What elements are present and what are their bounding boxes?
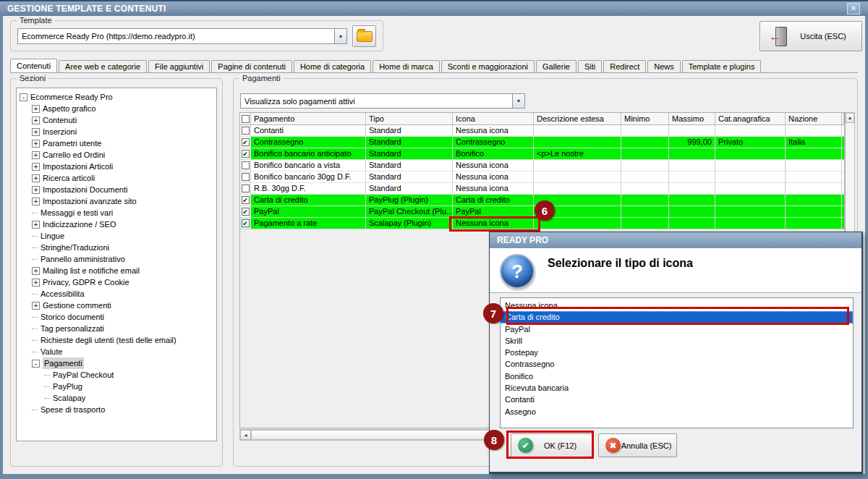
tree-item[interactable]: Spese di trasporto xyxy=(17,404,216,415)
tab-aree-web-e-categorie[interactable]: Aree web e categorie xyxy=(59,60,147,72)
icon-option[interactable]: Carta di credito xyxy=(501,311,853,323)
tree-item[interactable]: Messaggi e testi vari xyxy=(17,207,216,219)
row-checkbox-cell[interactable] xyxy=(240,183,251,195)
tree-item[interactable]: -Ecommerce Ready Pro xyxy=(17,91,216,103)
row-checkbox-cell[interactable]: ✔ xyxy=(240,206,251,218)
table-row[interactable]: R.B. 30gg D.F.StandardNessuna icona xyxy=(240,183,844,195)
tree-item[interactable]: PayPlug xyxy=(17,381,216,392)
collapse-toggle-icon[interactable]: - xyxy=(32,360,40,368)
table-row[interactable]: Bonifico bancario 30gg D.F.StandardNessu… xyxy=(240,171,844,183)
row-checkbox[interactable]: ✔ xyxy=(242,150,250,158)
expand-toggle-icon[interactable]: + xyxy=(32,267,40,275)
expand-toggle-icon[interactable]: + xyxy=(32,279,40,287)
open-template-button[interactable] xyxy=(352,25,376,47)
icon-option[interactable]: Skrill xyxy=(501,335,853,347)
icon-option[interactable]: Assegno xyxy=(501,406,853,417)
tree-item[interactable]: +Parametri utente xyxy=(17,137,216,149)
tab-template-e-plugins[interactable]: Template e plugins xyxy=(682,60,762,72)
tab-file-aggiuntivi[interactable]: File aggiuntivi xyxy=(148,60,210,72)
icon-option[interactable]: Contanti xyxy=(501,394,853,405)
tree-item[interactable]: Tag personalizzati xyxy=(17,323,216,334)
payments-filter-combobox[interactable]: Visualizza solo pagamenti attivi ▼ xyxy=(240,93,525,109)
expand-toggle-icon[interactable]: + xyxy=(32,302,40,310)
expand-toggle-icon[interactable]: + xyxy=(32,163,40,171)
tree-item[interactable]: -Pagamenti xyxy=(17,357,216,369)
icon-option[interactable]: Ricevuta bancaria xyxy=(501,382,853,394)
expand-toggle-icon[interactable]: + xyxy=(32,128,40,136)
expand-toggle-icon[interactable]: + xyxy=(32,186,40,194)
row-checkbox[interactable] xyxy=(242,127,250,135)
expand-toggle-icon[interactable]: + xyxy=(32,198,40,205)
tab-news[interactable]: News xyxy=(647,60,681,72)
chevron-down-icon[interactable]: ▼ xyxy=(334,29,346,43)
expand-toggle-icon[interactable]: + xyxy=(32,174,40,182)
icon-option[interactable]: Postepay xyxy=(501,347,853,358)
header-checkbox-cell[interactable] xyxy=(240,113,251,125)
table-row[interactable]: Bonifico bancario a vistaStandardNessuna… xyxy=(240,160,844,171)
table-row[interactable]: ✔Bonifico bancario anticipatoStandardBon… xyxy=(240,148,844,160)
column-header-massimo[interactable]: Massimo xyxy=(669,113,715,125)
tab-siti[interactable]: Siti xyxy=(578,60,602,72)
header-checkbox[interactable] xyxy=(242,115,250,123)
expand-toggle-icon[interactable]: + xyxy=(32,221,40,229)
column-header-tipo[interactable]: Tipo xyxy=(366,113,453,125)
tree-item[interactable]: +Mailing list e notifiche email xyxy=(17,265,216,276)
tree-item[interactable]: Valute xyxy=(17,346,216,357)
icon-option[interactable]: Nessuna icona xyxy=(501,300,853,311)
tree-item[interactable]: Pannello amministrativo xyxy=(17,253,216,265)
tab-contenuti[interactable]: Contenuti xyxy=(10,59,57,72)
tree-item[interactable]: Richieste degli utenti (testi delle emai… xyxy=(17,334,216,346)
icon-option[interactable]: Contrassegno xyxy=(501,358,853,370)
template-combobox[interactable]: Ecommerce Ready Pro (https://demo.readyp… xyxy=(17,28,347,44)
table-row[interactable]: ✔ContrassegnoStandardContrassegno999,00P… xyxy=(240,137,844,148)
tree-item[interactable]: +Ricerca articoli xyxy=(17,172,216,184)
icon-option[interactable]: Bonifico xyxy=(501,370,853,382)
tree-item[interactable]: +Contenuti xyxy=(17,114,216,126)
row-checkbox[interactable]: ✔ xyxy=(242,196,250,204)
tab-pagine-di-contenuti[interactable]: Pagine di contenuti xyxy=(211,60,292,72)
tree-item[interactable]: +Inserzioni xyxy=(17,126,216,137)
tree-item[interactable]: Lingue xyxy=(17,230,216,242)
tree-item[interactable]: Storico documenti xyxy=(17,311,216,323)
row-checkbox-cell[interactable]: ✔ xyxy=(240,218,251,229)
row-checkbox-cell[interactable]: ✔ xyxy=(240,148,251,160)
chevron-down-icon[interactable]: ▼ xyxy=(512,94,524,108)
tab-gallerie[interactable]: Gallerie xyxy=(536,60,576,72)
row-checkbox[interactable]: ✔ xyxy=(242,219,250,227)
tree-item[interactable]: +Impostazioni avanzate sito xyxy=(17,195,216,207)
tree-item[interactable]: Stringhe/Traduzioni xyxy=(17,242,216,253)
tree-item[interactable]: +Indicizzazione / SEO xyxy=(17,219,216,230)
tree-item[interactable]: Accessibilita xyxy=(17,288,216,300)
exit-button[interactable]: ← Uscita (ESC) xyxy=(760,21,862,51)
tree-item[interactable]: +Aspetto grafico xyxy=(17,103,216,114)
expand-toggle-icon[interactable]: + xyxy=(32,116,40,124)
tree-item[interactable]: +Carrello ed Ordini xyxy=(17,149,216,161)
close-icon[interactable]: ✕ xyxy=(847,3,860,14)
row-checkbox-cell[interactable] xyxy=(240,171,251,183)
tab-home-di-marca[interactable]: Home di marca xyxy=(373,60,440,72)
row-checkbox-cell[interactable]: ✔ xyxy=(240,195,251,206)
expand-toggle-icon[interactable]: + xyxy=(32,151,40,159)
row-checkbox-cell[interactable]: ✔ xyxy=(240,137,251,148)
expand-toggle-icon[interactable]: + xyxy=(32,105,40,113)
column-header-nazione[interactable]: Nazione xyxy=(786,113,842,125)
tree-item[interactable]: +Impostazioni Articoli xyxy=(17,161,216,172)
tree-item[interactable]: +Impostazioni Documenti xyxy=(17,184,216,195)
row-checkbox-cell[interactable] xyxy=(240,160,251,171)
row-checkbox[interactable] xyxy=(242,185,250,192)
ok-button[interactable]: ✔ OK (F12) xyxy=(511,433,592,457)
tab-sconti-e-maggiorazioni[interactable]: Sconti e maggiorazioni xyxy=(441,60,535,72)
expand-toggle-icon[interactable]: + xyxy=(32,140,40,148)
tab-redirect[interactable]: Redirect xyxy=(603,60,646,72)
column-header-minimo[interactable]: Minimo xyxy=(621,113,669,125)
icon-option[interactable]: PayPal xyxy=(501,323,853,335)
row-checkbox[interactable] xyxy=(242,161,250,169)
scroll-up-icon[interactable]: ▲ xyxy=(846,113,854,123)
tab-home-di-categoria[interactable]: Home di categoria xyxy=(294,60,371,72)
collapse-toggle-icon[interactable]: - xyxy=(20,93,27,101)
row-checkbox-cell[interactable] xyxy=(240,125,251,137)
column-header-pagamento[interactable]: Pagamento xyxy=(251,113,366,125)
tree-item[interactable]: PayPal Checkout xyxy=(17,369,216,381)
column-header-descrizione-estesa[interactable]: Descrizione estesa xyxy=(534,113,621,125)
tree-item[interactable]: +Gestione commenti xyxy=(17,300,216,311)
